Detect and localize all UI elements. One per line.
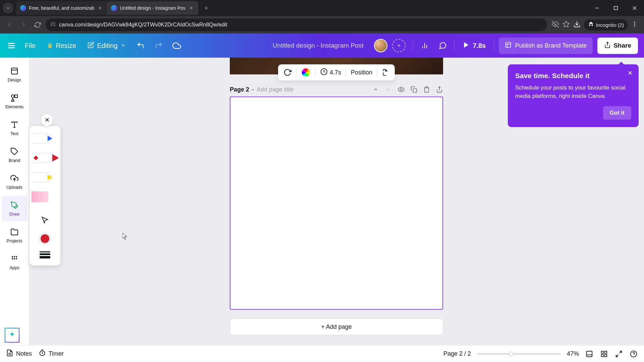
- move-page-up-button[interactable]: [372, 86, 379, 93]
- position-button[interactable]: Position: [351, 69, 372, 76]
- address-bar[interactable]: canva.com/design/DAGVwk84gKQ/2TWv0K2DrCA…: [46, 18, 547, 31]
- add-page-button[interactable]: + Add page: [230, 318, 443, 335]
- separator: [454, 40, 454, 51]
- delete-page-button[interactable]: [423, 86, 430, 93]
- cursor-tool[interactable]: [36, 210, 54, 229]
- undo-button[interactable]: [134, 39, 147, 52]
- design-icon: [10, 67, 19, 75]
- reload-button[interactable]: [32, 19, 44, 31]
- kebab-menu-icon[interactable]: [631, 21, 638, 29]
- uploads-icon: [10, 174, 19, 183]
- help-button[interactable]: [629, 350, 638, 358]
- marker-tool-red[interactable]: [32, 148, 58, 168]
- browser-tab-2[interactable]: Untitled design - Instagram Pos ✕: [107, 1, 198, 15]
- close-draw-panel-button[interactable]: ✕: [41, 114, 53, 126]
- incognito-badge[interactable]: Incognito (2): [584, 19, 628, 31]
- duplicate-page-button[interactable]: [410, 86, 418, 93]
- page-indicator[interactable]: Page 2 / 2: [443, 350, 471, 357]
- crown-icon: ♛: [47, 42, 53, 50]
- publish-button[interactable]: Publish as Brand Template: [499, 38, 593, 54]
- menu-button[interactable]: [6, 40, 17, 51]
- stroke-width-button[interactable]: [40, 249, 50, 260]
- timing-button[interactable]: 4.7s: [320, 68, 341, 77]
- timer-button[interactable]: Timer: [39, 349, 64, 358]
- hide-page-button[interactable]: [397, 86, 405, 93]
- add-collaborator-button[interactable]: +: [392, 39, 406, 52]
- highlighter-tool-pink[interactable]: [32, 187, 58, 206]
- pen-tool-blue[interactable]: [32, 129, 58, 148]
- regenerate-button[interactable]: [283, 68, 291, 76]
- page-header: Page 2 - Add page title: [230, 86, 443, 93]
- rail-draw[interactable]: Draw: [2, 196, 27, 221]
- zoom-percentage[interactable]: 47%: [567, 350, 579, 357]
- comment-button[interactable]: [436, 39, 449, 52]
- page-view-button[interactable]: [585, 350, 594, 358]
- svg-rect-30: [11, 68, 17, 74]
- rail-text[interactable]: Text: [2, 115, 27, 141]
- rail-projects[interactable]: Projects: [2, 223, 27, 248]
- brand-icon: [10, 147, 19, 156]
- grid-view-button[interactable]: [600, 350, 608, 358]
- svg-rect-54: [601, 354, 603, 356]
- svg-rect-50: [587, 351, 592, 357]
- site-settings-icon[interactable]: [50, 21, 56, 28]
- notes-button[interactable]: Notes: [6, 349, 32, 358]
- svg-point-43: [16, 258, 17, 259]
- resize-button[interactable]: ♛Resize: [44, 40, 79, 52]
- rail-design[interactable]: Design: [2, 62, 27, 87]
- svg-line-57: [616, 354, 618, 356]
- tab-search-dropdown[interactable]: [3, 3, 13, 13]
- rail-apps[interactable]: Apps: [2, 249, 27, 275]
- file-menu[interactable]: File: [21, 40, 39, 52]
- close-window-button[interactable]: [628, 3, 641, 13]
- user-avatar[interactable]: [374, 39, 387, 52]
- zoom-slider[interactable]: [477, 353, 561, 355]
- back-button[interactable]: [3, 19, 15, 31]
- rail-elements[interactable]: Elements: [2, 88, 27, 114]
- rail-brand[interactable]: Brand: [2, 142, 27, 168]
- svg-marker-34: [11, 99, 14, 101]
- close-tooltip-button[interactable]: ✕: [627, 70, 633, 76]
- svg-point-18: [634, 23, 635, 24]
- forward-button[interactable]: [17, 19, 30, 31]
- cloud-sync-icon[interactable]: [170, 39, 183, 52]
- schedule-tooltip: ✕ Save time. Schedule it Schedule your p…: [508, 64, 639, 127]
- design-title[interactable]: Untitled design - Instagram Post: [273, 42, 363, 49]
- download-icon[interactable]: [573, 20, 581, 29]
- svg-point-45: [400, 89, 402, 90]
- svg-rect-55: [605, 354, 607, 356]
- color-picker-button[interactable]: [301, 68, 311, 77]
- insights-button[interactable]: [418, 39, 431, 52]
- bookmark-star-icon[interactable]: [562, 20, 570, 29]
- zoom-thumb[interactable]: [509, 352, 514, 356]
- move-page-down-button[interactable]: [385, 86, 392, 93]
- magic-assistant-button[interactable]: [5, 328, 19, 343]
- page-title-input[interactable]: Add page title: [257, 86, 293, 93]
- separator: [413, 40, 413, 51]
- minimize-button[interactable]: [590, 3, 604, 13]
- new-tab-button[interactable]: [201, 3, 212, 13]
- canvas-page-2[interactable]: [230, 97, 443, 310]
- maximize-button[interactable]: [609, 3, 623, 13]
- rail-uploads[interactable]: Uploads: [2, 169, 27, 194]
- redo-button[interactable]: [152, 39, 165, 52]
- pen-tool-yellow[interactable]: [32, 168, 58, 187]
- fullscreen-button[interactable]: [614, 350, 623, 358]
- context-toolbar: 4.7s Position: [278, 64, 395, 80]
- play-preview-button[interactable]: 7.8s: [459, 41, 489, 50]
- page-label: Page 2: [230, 86, 249, 93]
- editing-mode-button[interactable]: Editing: [84, 40, 129, 52]
- close-icon[interactable]: ✕: [188, 5, 194, 11]
- style-copy-button[interactable]: [382, 69, 389, 76]
- more-page-options-button[interactable]: [436, 86, 443, 93]
- browser-tab-1[interactable]: Free, beautiful, and customizab ✕: [16, 1, 107, 15]
- favicon-canva: [20, 5, 26, 11]
- svg-point-40: [16, 256, 17, 257]
- share-button[interactable]: Share: [597, 38, 638, 54]
- separator: [494, 40, 494, 51]
- draw-color-picker[interactable]: [40, 233, 50, 244]
- svg-rect-27: [506, 42, 511, 47]
- eye-off-icon[interactable]: [552, 20, 559, 29]
- close-icon[interactable]: ✕: [97, 5, 103, 11]
- tooltip-got-it-button[interactable]: Got it: [603, 106, 631, 120]
